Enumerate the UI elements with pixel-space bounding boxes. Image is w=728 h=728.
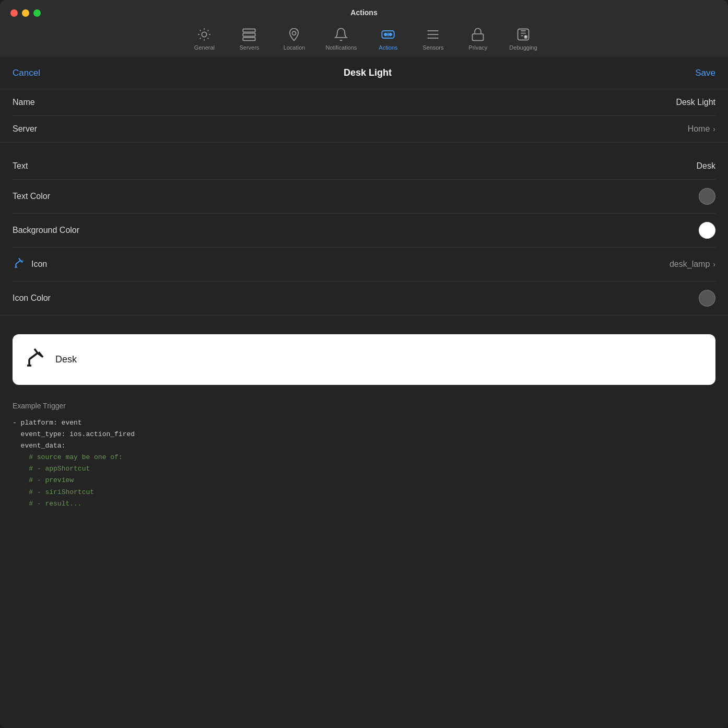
icon-row[interactable]: Icon desk_lamp › xyxy=(13,248,715,281)
svg-rect-3 xyxy=(243,38,255,41)
fullscreen-button[interactable] xyxy=(33,9,41,17)
page-title: Desk Light xyxy=(344,67,392,78)
svg-rect-2 xyxy=(243,33,255,37)
sensors-icon xyxy=(426,27,440,42)
text-row[interactable]: Text Desk xyxy=(13,153,715,180)
privacy-label: Privacy xyxy=(468,44,487,51)
location-icon xyxy=(287,27,301,42)
window: Actions General xyxy=(0,0,728,728)
location-label: Location xyxy=(284,44,306,51)
svg-line-23 xyxy=(19,258,20,260)
svg-rect-1 xyxy=(243,29,255,32)
cancel-button[interactable]: Cancel xyxy=(13,68,40,78)
example-trigger-section: Example Trigger - platform: event event_… xyxy=(0,393,728,510)
debugging-icon xyxy=(516,27,531,42)
actions-icon xyxy=(381,27,395,42)
server-value: Home › xyxy=(688,124,715,134)
save-button[interactable]: Save xyxy=(695,68,715,78)
background-color-swatch[interactable] xyxy=(699,222,715,239)
icon-color-label: Icon Color xyxy=(13,293,51,303)
svg-point-0 xyxy=(202,32,207,37)
general-icon xyxy=(197,27,212,42)
icon-label: Icon xyxy=(31,260,47,269)
text-color-swatch[interactable] xyxy=(699,188,715,205)
toolbar: General Servers xyxy=(10,23,718,57)
sidebar-item-notifications[interactable]: Notifications xyxy=(318,23,364,55)
svg-line-21 xyxy=(16,261,21,264)
sidebar-item-actions[interactable]: Actions xyxy=(367,23,409,55)
text-color-row[interactable]: Text Color xyxy=(13,180,715,214)
minimize-button[interactable] xyxy=(22,9,29,17)
server-label: Server xyxy=(13,124,37,134)
preview-card-icon xyxy=(23,345,48,374)
general-label: General xyxy=(194,44,215,51)
icon-value: desk_lamp › xyxy=(670,260,715,269)
servers-icon xyxy=(242,27,256,42)
traffic-lights xyxy=(10,9,41,17)
nav-bar: Cancel Desk Light Save xyxy=(0,57,728,89)
name-value: Desk Light xyxy=(676,98,715,107)
icon-color-row[interactable]: Icon Color xyxy=(13,281,715,315)
window-title: Actions xyxy=(350,8,377,17)
appearance-section: Text Desk Text Color Background Color xyxy=(0,153,728,315)
text-value: Desk xyxy=(697,161,715,171)
sensors-label: Sensors xyxy=(422,44,443,51)
text-label: Text xyxy=(13,161,28,171)
sidebar-item-sensors[interactable]: Sensors xyxy=(412,23,454,55)
title-bar: Actions General xyxy=(0,0,728,57)
background-color-label: Background Color xyxy=(13,226,79,235)
icon-label-row: Icon xyxy=(13,256,47,273)
background-color-row[interactable]: Background Color xyxy=(13,214,715,248)
icon-chevron-icon: › xyxy=(713,260,715,268)
actions-label: Actions xyxy=(379,44,397,51)
name-row[interactable]: Name Desk Light xyxy=(13,89,715,116)
close-button[interactable] xyxy=(10,9,18,17)
svg-line-29 xyxy=(34,349,38,353)
text-color-label: Text Color xyxy=(13,192,50,201)
sidebar-item-location[interactable]: Location xyxy=(273,23,315,55)
sidebar-item-privacy[interactable]: Privacy xyxy=(457,23,499,55)
preview-card-label: Desk xyxy=(55,354,77,365)
desk-lamp-preview-icon xyxy=(13,256,26,273)
name-label: Name xyxy=(13,98,35,107)
example-trigger-code: - platform: event event_type: ios.action… xyxy=(13,417,715,510)
sidebar-item-servers[interactable]: Servers xyxy=(228,23,270,55)
svg-point-7 xyxy=(292,31,296,35)
svg-line-27 xyxy=(29,353,38,359)
preview-card: Desk xyxy=(13,334,715,385)
sidebar-item-debugging[interactable]: Debugging xyxy=(502,23,544,55)
identity-section: Name Desk Light Server Home › xyxy=(0,89,728,143)
content-area: Cancel Desk Light Save Name Desk Light S… xyxy=(0,57,728,728)
svg-rect-15 xyxy=(473,34,484,41)
servers-label: Servers xyxy=(239,44,259,51)
sidebar-item-general[interactable]: General xyxy=(183,23,225,55)
svg-point-10 xyxy=(390,33,392,36)
server-row[interactable]: Server Home › xyxy=(13,116,715,142)
debugging-label: Debugging xyxy=(509,44,537,51)
server-chevron-icon: › xyxy=(713,125,715,133)
example-trigger-title: Example Trigger xyxy=(13,402,715,410)
notifications-icon xyxy=(334,27,348,42)
svg-point-19 xyxy=(525,38,526,38)
privacy-icon xyxy=(471,27,485,42)
icon-color-swatch[interactable] xyxy=(699,290,715,307)
notifications-label: Notifications xyxy=(325,44,357,51)
svg-point-9 xyxy=(384,33,387,36)
